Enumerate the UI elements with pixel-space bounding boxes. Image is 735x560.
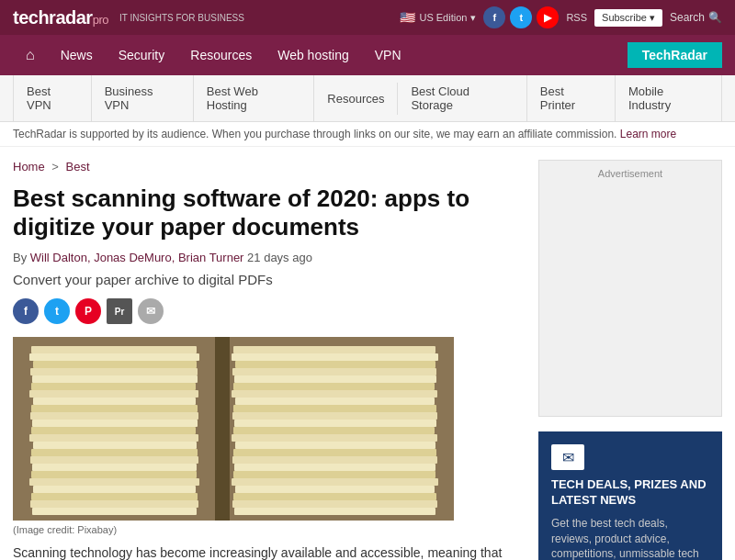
nav-web-hosting[interactable]: Web hosting [265,35,362,75]
main-nav: ⌂ News Security Resources Web hosting VP… [0,35,735,75]
byline: By Will Dalton, Jonas DeMuro, Brian Turn… [13,251,520,264]
nav-security[interactable]: Security [106,35,178,75]
svg-rect-48 [234,508,435,515]
article-title: Best scanning software of 2020: apps to … [13,185,520,241]
authors-link[interactable]: Will Dalton, Jonas DeMuro, Brian Turner [30,251,244,264]
article-image [13,337,454,521]
svg-rect-5 [30,368,198,375]
techradar-cta-button[interactable]: TechRadar [628,42,722,68]
svg-rect-18 [32,464,197,471]
main-layout: Home > Best Best scanning software of 20… [0,147,735,560]
nav-best-vpn[interactable]: Best VPN [13,75,92,121]
svg-rect-28 [235,361,435,368]
affiliate-bar: TechRadar is supported by its audience. … [0,122,735,147]
nav-resources[interactable]: Resources [177,35,265,75]
newsletter-title: TECH DEALS, PRIZES AND LATEST NEWS [551,477,709,509]
breadcrumb-current[interactable]: Best [66,160,90,174]
svg-rect-36 [234,420,436,427]
ad-label: Advertisement [598,168,662,179]
newsletter-description: Get the best tech deals, reviews, produc… [551,516,709,560]
svg-rect-23 [30,500,198,508]
svg-rect-11 [30,412,198,420]
subscribe-button[interactable]: Subscribe ▾ [594,9,662,27]
image-caption: (Image credit: Pixabay) [13,524,520,535]
nav-vpn[interactable]: VPN [362,35,414,75]
svg-rect-32 [232,390,437,398]
secondary-nav: Best VPN Business VPN Best Web Hosting R… [0,75,735,122]
svg-rect-17 [30,456,198,464]
nav-home[interactable]: ⌂ [13,35,48,75]
svg-rect-33 [235,398,435,405]
svg-rect-42 [234,464,435,471]
affiliate-text: TechRadar is supported by its audience. … [13,128,616,140]
social-icons: f t ▶ [483,6,559,28]
share-pinterest-button[interactable]: P [75,298,101,324]
svg-rect-20 [29,478,199,486]
article-body-text: Scanning technology has become increasin… [13,543,520,560]
svg-rect-13 [31,427,196,434]
svg-rect-30 [234,375,436,383]
svg-rect-26 [233,346,435,353]
nav-best-printer[interactable]: Best Printer [527,75,616,121]
svg-rect-21 [33,486,196,493]
article-date: 21 days ago [247,251,312,264]
facebook-icon[interactable]: f [483,6,505,28]
sidebar: Advertisement TECH DEALS, PRIZES AND LAT… [538,160,722,560]
share-facebook-button[interactable]: f [13,298,39,324]
flag-icon: 🇺🇸 [400,10,415,25]
email-icon [551,444,584,470]
svg-rect-39 [235,442,435,449]
svg-rect-14 [29,434,198,442]
svg-rect-43 [233,471,435,478]
share-print-button[interactable]: Pr [107,298,132,324]
twitter-icon[interactable]: t [510,6,532,28]
breadcrumb-separator: > [51,160,59,174]
nav-resources[interactable]: Resources [314,83,398,115]
svg-rect-7 [31,383,196,390]
nav-business-vpn[interactable]: Business VPN [92,75,194,121]
svg-rect-4 [33,361,197,368]
nav-mobile-industry[interactable]: Mobile Industry [616,75,722,121]
svg-rect-38 [232,434,437,442]
top-bar: techradarpro IT INSIGHTS FOR BUSINESS 🇺🇸… [0,0,735,35]
svg-rect-37 [233,427,435,434]
svg-rect-24 [32,508,197,515]
article-area: Home > Best Best scanning software of 20… [13,160,520,560]
svg-rect-12 [32,420,198,427]
chevron-down-icon: ▾ [650,12,655,24]
svg-rect-47 [232,500,437,508]
svg-rect-40 [233,449,436,456]
learn-more-link[interactable]: Learn more [620,128,676,140]
svg-rect-25 [215,337,230,521]
svg-rect-15 [33,442,197,449]
article-image-wrapper: (Image credit: Pixabay) [13,337,520,535]
svg-rect-31 [233,383,435,390]
chevron-down-icon: ▾ [470,12,476,24]
logo: techradarpro [13,7,108,28]
breadcrumb-home[interactable]: Home [13,160,45,174]
edition-label: US Edition [419,12,467,23]
nav-news[interactable]: News [48,35,106,75]
search-area[interactable]: Search 🔍 [670,11,722,24]
rss-link[interactable]: RSS [566,12,587,23]
nav-best-web-hosting[interactable]: Best Web Hosting [194,75,315,121]
svg-rect-45 [235,486,435,493]
svg-rect-34 [233,405,436,412]
article-subheading: Convert your paper archive to digital PD… [13,272,520,287]
svg-rect-29 [232,368,436,375]
svg-rect-3 [29,353,199,361]
byline-prefix: By [13,251,27,264]
youtube-icon[interactable]: ▶ [537,6,559,28]
svg-rect-41 [232,456,437,464]
svg-rect-46 [233,493,436,500]
svg-rect-10 [31,405,198,412]
article-body: Scanning technology has become increasin… [13,543,520,560]
edition-selector[interactable]: 🇺🇸 US Edition ▾ [400,10,476,25]
advertisement-box: Advertisement [538,160,722,417]
share-email-button[interactable]: ✉ [138,298,164,324]
newsletter-box[interactable]: TECH DEALS, PRIZES AND LATEST NEWS Get t… [538,431,722,560]
nav-best-cloud-storage[interactable]: Best Cloud Storage [398,75,526,121]
home-icon: ⌂ [26,47,35,63]
share-twitter-button[interactable]: t [44,298,70,324]
top-bar-right: 🇺🇸 US Edition ▾ f t ▶ RSS Subscribe ▾ Se… [400,6,722,28]
